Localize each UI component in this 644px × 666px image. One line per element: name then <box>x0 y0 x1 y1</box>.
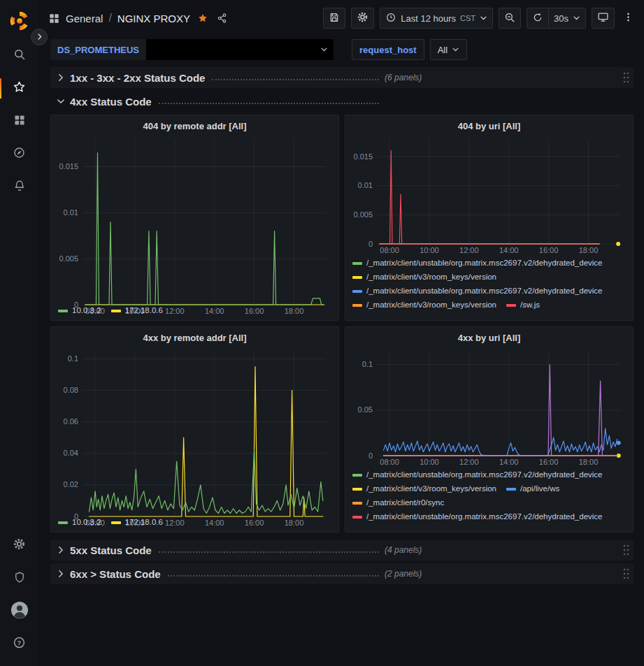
variable-request-host-label[interactable]: request_host <box>352 39 424 60</box>
row-title: 1xx - 3xx - 2xx Status Code <box>70 72 205 84</box>
svg-text:0.08: 0.08 <box>64 386 78 394</box>
variable-ds-value-dropdown[interactable] <box>146 39 334 60</box>
variable-ds-prometheus: DS_PROMETHEUS <box>50 39 334 60</box>
panel-title[interactable]: 4xx by remote addr [All] <box>57 330 333 347</box>
svg-text:10:00: 10:00 <box>420 246 439 254</box>
legend-item[interactable]: /_matrix/client/unstable/org.matrix.msc2… <box>352 468 603 482</box>
svg-text:10:00: 10:00 <box>125 519 145 527</box>
svg-text:0: 0 <box>74 301 78 309</box>
time-range-picker[interactable]: Last 12 hours CST <box>380 8 493 29</box>
save-dashboard-button[interactable] <box>323 8 345 29</box>
compass-icon <box>13 146 26 162</box>
breadcrumb-separator: / <box>108 12 111 24</box>
sidebar-item-help[interactable]: ? <box>0 628 38 660</box>
row-header-1xx-3xx-2xx[interactable]: 1xx - 3xx - 2xx Status Code (6 panels) <box>50 67 634 88</box>
legend-label: /_matrix/client/unstable/org.matrix.msc2… <box>366 468 603 482</box>
legend-item[interactable]: /_matrix/client/v3/room_keys/version <box>352 298 496 312</box>
legend-item[interactable]: /_matrix/client/v3/room_keys/version <box>352 482 496 495</box>
row-left: 6xx > Status Code <box>56 568 379 580</box>
drag-handle-icon[interactable] <box>622 567 629 580</box>
grafana-logo-icon[interactable] <box>7 8 32 34</box>
svg-text:0.015: 0.015 <box>353 152 373 161</box>
legend-swatch <box>352 474 362 477</box>
sidebar-item-server-admin[interactable] <box>0 562 38 595</box>
svg-text:0.005: 0.005 <box>353 210 373 219</box>
svg-text:0.1: 0.1 <box>362 360 373 368</box>
svg-text:10:00: 10:00 <box>125 307 145 315</box>
topbar: General / NGINX PROXY <box>38 0 644 36</box>
svg-text:08:00: 08:00 <box>85 519 105 527</box>
svg-text:08:00: 08:00 <box>85 307 105 315</box>
share-icon[interactable] <box>217 13 228 24</box>
legend-label: /_matrix/client/v3/room_keys/version <box>366 270 496 284</box>
breadcrumb-section[interactable]: General <box>66 13 103 24</box>
variable-request-host-dropdown[interactable]: All <box>430 39 467 60</box>
star-icon <box>13 80 26 96</box>
sidebar-item-explore[interactable] <box>0 138 38 171</box>
svg-text:16:00: 16:00 <box>245 519 264 527</box>
panel-4xx-by-remote-addr: 4xx by remote addr [All] 08:0010:0012:00… <box>50 326 339 533</box>
time-series-chart[interactable]: 08:0010:0012:0014:0016:0018:0000.020.040… <box>57 347 333 528</box>
tv-mode-button[interactable] <box>592 8 615 29</box>
legend-item[interactable]: /_matrix/client/unstable/org.matrix.msc2… <box>352 256 603 270</box>
chart-area: 08:0010:0012:0014:0016:0018:0000.0050.01… <box>351 135 627 255</box>
chevron-down-icon <box>480 13 487 24</box>
more-options-button[interactable] <box>620 8 636 29</box>
variable-ds-label[interactable]: DS_PROMETHEUS <box>50 39 146 60</box>
panel-title[interactable]: 404 by remote addr [All] <box>57 118 333 135</box>
svg-text:0.01: 0.01 <box>358 181 373 189</box>
dashboard-settings-button[interactable] <box>351 8 374 29</box>
chevron-down-icon <box>573 13 580 24</box>
time-series-chart[interactable]: 08:0010:0012:0014:0016:0018:0000.050.1 <box>351 347 627 467</box>
svg-text:16:00: 16:00 <box>245 307 264 315</box>
svg-text:0.005: 0.005 <box>59 254 78 263</box>
sidebar-expand-toggle[interactable] <box>31 29 48 45</box>
zoom-out-button[interactable] <box>499 8 521 29</box>
legend-item[interactable]: /_matrix/client/unstable/org.matrix.msc2… <box>352 284 603 298</box>
row-header-4xx[interactable]: 4xx Status Code <box>50 91 634 112</box>
sidebar-item-configuration[interactable] <box>0 529 38 562</box>
svg-text:10:00: 10:00 <box>420 458 439 466</box>
sidebar-item-alerting[interactable] <box>0 171 38 203</box>
timezone-badge: CST <box>460 14 475 22</box>
legend-item[interactable]: /_matrix/client/r0/sync <box>352 496 444 509</box>
svg-text:18:00: 18:00 <box>285 519 304 527</box>
chevron-down-icon <box>320 43 328 56</box>
panel-grid: 404 by remote addr [All] 08:0010:0012:00… <box>50 115 634 533</box>
legend-item[interactable]: /api/live/ws <box>506 482 559 495</box>
search-icon <box>13 48 26 64</box>
panel-title[interactable]: 404 by uri [All] <box>351 118 627 135</box>
row-header-5xx[interactable]: 5xx Status Code (4 panels) <box>50 540 634 560</box>
dashboard-title[interactable]: NGINX PROXY <box>117 13 190 24</box>
panel-404-by-uri: 404 by uri [All] 08:0010:0012:0014:0016:… <box>345 115 634 321</box>
time-series-chart[interactable]: 08:0010:0012:0014:0016:0018:0000.0050.01… <box>351 135 627 255</box>
refresh-interval-select[interactable]: 30s <box>549 8 586 29</box>
time-series-chart[interactable]: 08:0010:0012:0014:0016:0018:0000.0050.01… <box>57 135 333 316</box>
legend-item[interactable]: /_matrix/client/unstable/org.matrix.msc2… <box>352 510 603 523</box>
svg-text:18:00: 18:00 <box>579 458 599 466</box>
sidebar-item-search[interactable] <box>0 39 38 72</box>
row-header-6xx[interactable]: 6xx > Status Code (2 panels) <box>50 563 634 584</box>
app: ? General / NGINX PROXY <box>0 0 644 666</box>
legend-item[interactable]: /_matrix/client/v3/room_keys/version <box>352 270 496 284</box>
sidebar-item-dashboards[interactable] <box>0 105 38 138</box>
refresh-button[interactable] <box>527 8 549 29</box>
legend-swatch <box>352 304 362 307</box>
sidebar-item-profile[interactable] <box>0 595 38 628</box>
legend-item[interactable]: /sw.js <box>506 298 540 312</box>
favorite-star-icon[interactable] <box>197 13 208 24</box>
chevron-down-icon <box>56 96 66 106</box>
svg-text:14:00: 14:00 <box>499 458 519 466</box>
svg-text:08:00: 08:00 <box>380 458 399 466</box>
row-left: 1xx - 3xx - 2xx Status Code <box>56 72 379 84</box>
panel-4xx-by-uri: 4xx by uri [All] 08:0010:0012:0014:0016:… <box>345 326 634 533</box>
svg-text:0.1: 0.1 <box>68 354 78 363</box>
panel-title[interactable]: 4xx by uri [All] <box>351 330 627 347</box>
legend-label: /_matrix/client/r0/sync <box>366 496 444 509</box>
svg-text:18:00: 18:00 <box>285 307 304 315</box>
drag-handle-icon[interactable] <box>622 544 629 556</box>
drag-handle-icon[interactable] <box>622 71 629 84</box>
monitor-icon <box>597 11 609 25</box>
sidebar-item-starred[interactable] <box>0 72 38 105</box>
svg-text:?: ? <box>17 639 22 646</box>
